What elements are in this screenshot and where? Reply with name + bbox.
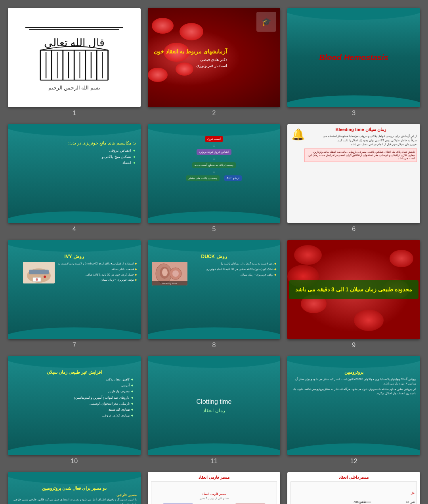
slide-container-10: افزایش غیر طبیعی زمان سیلان کاهش تعداد پ… xyxy=(8,356,141,465)
slide-6-text3: تعیین زمان سیلان خون قبل از انجام جراحی … xyxy=(304,143,417,147)
slide-11-number: 11 xyxy=(210,458,218,465)
slide-13[interactable]: دو مسیر برای فعال شدن پروترومبین مسیر خا… xyxy=(8,472,141,504)
slide-7-item-1: استفاده از فشارسنج بالای آرنج (40 mmhg) … xyxy=(58,262,136,266)
slide-10-item-3: مصرف وارفارین xyxy=(12,389,137,394)
svg-text:شمای کلی از بهترین 2 مسیر: شمای کلی از بهترین 2 مسیر xyxy=(199,497,229,500)
slide-2-role: استادیار فیزیولوژی xyxy=(154,63,227,68)
slide-2-content: آزمایشهای مربوط به انعقاد خون دکتر هادی … xyxy=(154,48,227,68)
slide-4-item-3: انعقاد xyxy=(13,160,136,165)
svg-rect-30 xyxy=(29,270,49,274)
slide-11-title: Clotting time xyxy=(197,398,232,405)
slide-10-item-2: آدرمی xyxy=(12,383,137,388)
slide-3[interactable]: Blood Hemostasis xyxy=(287,8,420,107)
slide-1-number: 1 xyxy=(73,110,76,117)
slide-container-4: د: مکانیسم های مانع خونریزی در بدن: انقب… xyxy=(8,124,141,233)
fc-box-contract: انقباض عروق کوچک و واره xyxy=(197,149,231,155)
slide-container-5: میخ پلاکتی آسیب عروق ↓ انقباض عروق کوچک … xyxy=(148,124,281,233)
slide-2-author: دکتر هادی فیضی xyxy=(154,57,227,62)
slide-5-number: 5 xyxy=(212,226,216,233)
slide-6-warning: کاهش تعداد پلاک ها، اختلال عملکرد پلاکت،… xyxy=(304,148,417,162)
fc-box-more-platelets: چسبیدن پلاکت های بیشتر xyxy=(186,175,220,181)
slide-10-item-1: کاهش تعداد پلاکت xyxy=(12,377,137,382)
slide-container-2: 🎓 آزمایشهای مربوط به انعقاد خون دکتر هاد… xyxy=(148,8,281,117)
bell-icon: 🔔 xyxy=(291,128,305,141)
slide-5[interactable]: میخ پلاکتی آسیب عروق ↓ انقباض عروق کوچک … xyxy=(148,124,281,223)
slide-container-7: روش IVY استفاده از فشارسنج بالای آرنج (4… xyxy=(8,240,141,349)
slide-7-number: 7 xyxy=(73,342,76,349)
slide-8-title: روش DUCK xyxy=(152,254,277,259)
slide-6[interactable]: 🔔 زمان سیلان Bleeding time از این آزمایش… xyxy=(287,124,420,223)
slide-12-item-2: این پروتئین بطور مداوم ساخته شده و وارد … xyxy=(291,387,416,396)
slide-8-item-1: زدن لانست به نرمه گوش (در نوزادان پاشنه … xyxy=(191,262,277,266)
slide-15[interactable]: مسیر داخلی انعقاد المان با بالاتری از تی… xyxy=(287,472,420,504)
slide-2-title: آزمایشهای مربوط به انعقاد خون xyxy=(154,48,227,56)
fc-arrow-2: ↓ xyxy=(213,156,215,161)
slide-2[interactable]: 🎓 آزمایشهای مربوط به انعقاد خون دکتر هاد… xyxy=(148,8,281,107)
slide-13-sections: مسیر خارجی با آسیب دیدن رگ و بافتهای اطر… xyxy=(12,493,137,504)
slide-2-logo: 🎓 xyxy=(256,12,276,32)
slide-7-item-3: خشک کردن خون هر 30 ثانیه با کاغذ صافی xyxy=(58,273,136,277)
slide-11[interactable]: Clotting time زمان انعقاد xyxy=(148,356,281,455)
slide-4-item-1: انقباض عروقی xyxy=(13,148,136,153)
svg-text:فاکتور XII: فاکتور XII xyxy=(406,500,415,504)
slide-15-diagram: المان با بالاتری از تیمنت بعقل فاکتور XI… xyxy=(290,481,417,504)
slide-5-flowchart: آسیب عروق ↓ انقباض عروق کوچک و واره ↓ چس… xyxy=(152,136,277,181)
slide-8-number: 8 xyxy=(212,342,216,349)
svg-text:بسم الله الرحمن الرحیم: بسم الله الرحمن الرحیم xyxy=(48,85,100,91)
slide-7-item-4: توقف خونریزی = زمان سیلان xyxy=(58,278,136,282)
slide-container-12: پروترومبین پروتئین آلفا گلوبولینهای پلاس… xyxy=(287,356,420,465)
svg-text:فاکتور XIIa: فاکتور XIIa xyxy=(354,500,366,504)
slide-7[interactable]: روش IVY استفاده از فشارسنج بالای آرنج (4… xyxy=(8,240,141,339)
slide-2-number: 2 xyxy=(212,110,216,117)
slide-4-list: انقباض عروقی تشکیل میخ پلاکتی و انعقاد xyxy=(13,148,136,165)
fc-arrow-1: ↓ xyxy=(213,143,215,148)
slide-grid: Blood Hemostasis 3 🎓 آزمایشهای مربوط به … xyxy=(8,8,420,504)
slide-7-content: استفاده از فشارسنج بالای آرنج (40 mmhg) … xyxy=(12,262,137,283)
slide-8[interactable]: روش DUCK زدن لانست به نرمه گوش (در نوزاد… xyxy=(148,240,281,339)
slide-3-number: 3 xyxy=(352,110,355,117)
slide-6-number: 6 xyxy=(352,226,355,233)
slide-7-list: استفاده از فشارسنج بالای آرنج (40 mmhg) … xyxy=(58,262,136,283)
slide-9-number: 9 xyxy=(352,342,355,349)
slide-container-3: Blood Hemostasis 3 xyxy=(287,8,420,117)
slide-9-text: محدوده طبیعی زمان سیلان 1 الی 3 دقیقه می… xyxy=(289,280,418,299)
svg-point-23 xyxy=(162,268,168,276)
slide-12-title: پروترومبین xyxy=(291,370,416,375)
slide-12[interactable]: پروترومبین پروتئین آلفا گلوبولینهای پلاس… xyxy=(287,356,420,455)
slide-8-image: Bleeding Time xyxy=(152,262,187,285)
slide-container-9: محدوده طبیعی زمان سیلان 1 الی 3 دقیقه می… xyxy=(287,240,420,349)
slide-8-content: زدن لانست به نرمه گوش (در نوزادان پاشنه … xyxy=(152,262,277,285)
slide-container-6: 🔔 زمان سیلان Bleeding time از این آزمایش… xyxy=(287,124,420,233)
slide-6-text1: از این آزمایش برای بررسی عوامل پلاکتی و … xyxy=(304,134,417,139)
slide-container-8: روش DUCK زدن لانست به نرمه گوش (در نوزاد… xyxy=(148,240,281,349)
slide-6-title: زمان سیلان Bleeding time xyxy=(304,127,417,132)
svg-text:Bleeding Time: Bleeding Time xyxy=(162,282,178,285)
slide-4[interactable]: د: مکانیسم های مانع خونریزی در بدن: انقب… xyxy=(8,124,141,223)
slide-6-text2: صرفاً به خاطر طولانی بودن BT نمی توان وج… xyxy=(304,139,417,143)
slide-10-item-7: بیماری کلاژن عروقی xyxy=(12,413,137,418)
slide-10-number: 10 xyxy=(71,458,78,465)
slide-8-list: زدن لانست به نرمه گوش (در نوزادان پاشنه … xyxy=(191,262,277,285)
slide-container-15: مسیر داخلی انعقاد المان با بالاتری از تی… xyxy=(287,472,420,504)
slide-12-text1: پروتئین آلفا گلوبولینهای پلاسما با وزن م… xyxy=(295,378,416,385)
slide-14[interactable]: مسیر فارمی انعقاد مسیر فارمی انعقاد شمای… xyxy=(148,472,281,504)
fc-box-injury: آسیب عروق xyxy=(205,136,224,142)
slide-4-number: 4 xyxy=(73,226,76,233)
slide-10-list: کاهش تعداد پلاکت آدرمی مصرف وارفارین دار… xyxy=(12,377,137,418)
slide-10[interactable]: افزایش غیر طبیعی زمان سیلان کاهش تعداد پ… xyxy=(8,356,141,455)
svg-point-33 xyxy=(36,278,38,281)
slide-10-title: افزایش غیر طبیعی زمان سیلان xyxy=(12,370,137,375)
calligraphy-svg: قال الله تعالی xyxy=(18,15,130,100)
slide-10-item-5: نارسایی مغز استخوان، لوسمی xyxy=(12,401,137,406)
slide-container-14: مسیر فارمی انعقاد مسیر فارمی انعقاد شمای… xyxy=(148,472,281,504)
slide-4-title: د: مکانیسم های مانع خونریزی در بدن: xyxy=(13,141,136,146)
slide-12-text2: این پروتئین بطور مداوم ساخته شده و وارد … xyxy=(293,388,416,395)
slide-10-item-4: داروهای ضد التهاب ( آسپرین و ایبدومتاسین… xyxy=(12,396,137,400)
slide-15-title: مسیر داخلی انعقاد xyxy=(290,475,417,479)
slide-4-item-2: تشکیل میخ پلاکتی و xyxy=(13,154,136,160)
svg-text:قال الله تعالی: قال الله تعالی xyxy=(44,37,105,49)
slide-9[interactable]: محدوده طبیعی زمان سیلان 1 الی 3 دقیقه می… xyxy=(287,240,420,339)
slide-7-title: روش IVY xyxy=(12,254,137,259)
slide-1[interactable]: قال الله تعالی xyxy=(8,8,141,107)
fc-box-adp: ترشو ADP xyxy=(224,175,242,181)
